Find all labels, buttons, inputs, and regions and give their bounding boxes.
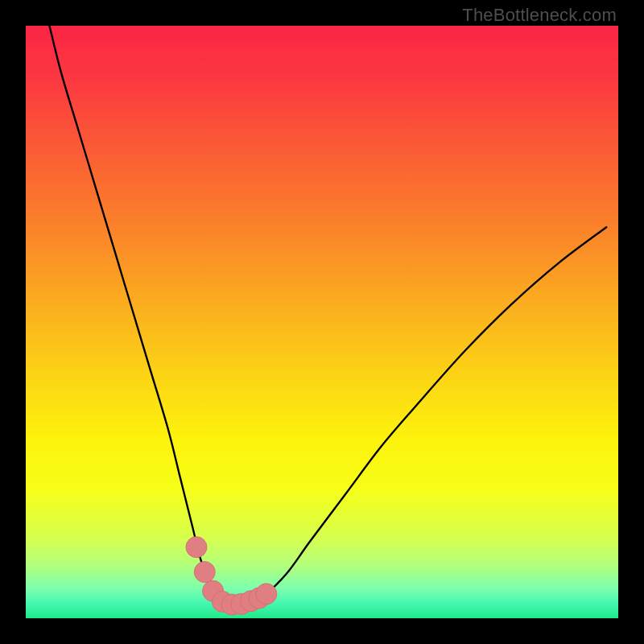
outer-frame: TheBottleneck.com bbox=[0, 0, 644, 644]
gradient-background bbox=[26, 26, 618, 618]
plot-svg bbox=[26, 26, 618, 618]
watermark-text: TheBottleneck.com bbox=[462, 5, 617, 26]
highlight-marker bbox=[256, 584, 277, 605]
highlight-marker bbox=[194, 562, 215, 583]
plot-area bbox=[26, 26, 618, 618]
highlight-marker bbox=[186, 537, 207, 558]
